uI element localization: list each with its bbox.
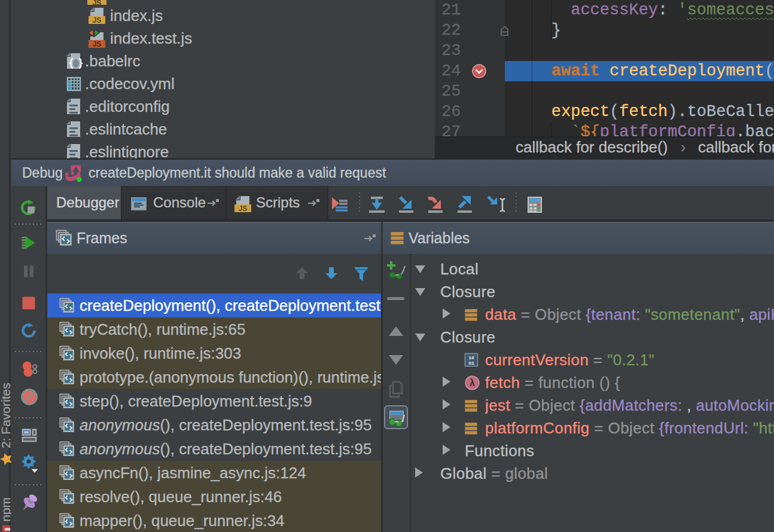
svg-text:JS: JS	[93, 40, 102, 48]
svg-text:JS: JS	[239, 204, 248, 213]
svg-text:JS: JS	[93, 16, 102, 25]
svg-text:01: 01	[468, 360, 474, 366]
svg-text:10: 10	[468, 355, 474, 360]
svg-text:λ: λ	[470, 377, 475, 388]
